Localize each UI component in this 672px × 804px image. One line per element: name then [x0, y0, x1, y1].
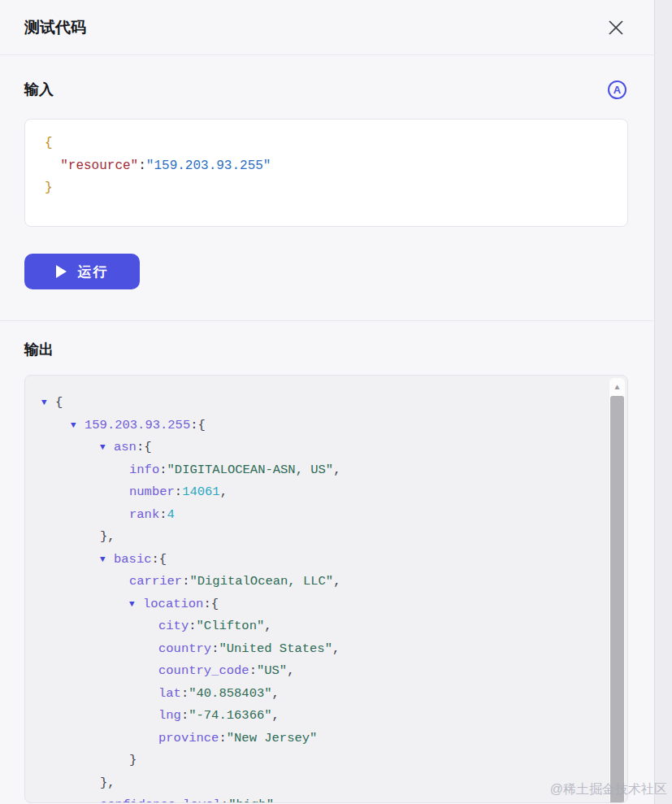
json-token: :{: [190, 418, 206, 432]
json-token: {: [55, 395, 63, 410]
drawer-header: 测试代码: [0, 0, 654, 55]
auto-format-button[interactable]: A: [608, 80, 626, 99]
json-token: "New Jersey": [227, 731, 318, 745]
json-token: rank: [129, 507, 159, 522]
json-token: "DIGITALOCEAN-ASN, US": [167, 463, 334, 477]
output-section-header: 输出: [0, 321, 654, 360]
json-token: 4: [167, 507, 175, 522]
json-token: info: [129, 463, 159, 477]
json-token: country_code: [158, 663, 249, 678]
code-line: {: [45, 133, 616, 155]
json-token: basic: [114, 552, 152, 567]
json-token: lat: [158, 686, 181, 701]
close-button[interactable]: [605, 17, 626, 38]
json-tree-row: country:"United States",: [25, 638, 627, 661]
json-token: },: [100, 529, 115, 544]
json-tree-row: carrier:"DigitalOcean, LLC",: [25, 571, 627, 593]
json-token: ,: [272, 708, 280, 723]
json-token: "40.858403": [189, 686, 271, 701]
run-button-label: 运行: [78, 263, 109, 281]
json-tree-row: number:14061,: [25, 481, 627, 504]
json-token: :{: [152, 552, 167, 567]
test-code-drawer: 测试代码 输入 A { "resource":"159.203.93.255"}…: [0, 0, 654, 804]
scrollbar[interactable]: ▲: [609, 378, 625, 802]
play-icon: [56, 265, 67, 278]
json-token: :: [159, 463, 167, 477]
json-token: :: [138, 159, 146, 173]
json-token: }: [45, 180, 53, 195]
json-tree-row: confidence_level:"high": [25, 794, 627, 803]
json-token: ,: [264, 619, 271, 633]
json-tree-row: },: [25, 526, 627, 549]
json-tree-row: ▼asn:{: [25, 437, 627, 459]
collapse-arrow-icon[interactable]: ▼: [129, 593, 143, 616]
watermark: @稀土掘金技术社区: [550, 781, 667, 798]
output-panel: ▼{▼159.203.93.255:{▼asn:{info:"DIGITALOC…: [24, 375, 628, 803]
json-token: "US": [257, 663, 287, 678]
json-token: ,: [332, 641, 340, 656]
collapse-arrow-icon[interactable]: ▼: [100, 549, 114, 571]
json-token: "DigitalOcean, LLC": [189, 574, 333, 589]
collapse-arrow-icon[interactable]: ▼: [100, 437, 114, 459]
json-tree-row: province:"New Jersey": [25, 728, 627, 750]
json-token: 14061: [182, 485, 220, 499]
circled-a-icon: A: [613, 84, 621, 96]
input-label: 输入: [24, 80, 54, 100]
json-tree-row: lat:"40.858403",: [25, 683, 627, 706]
json-token: "high": [228, 797, 274, 803]
json-tree-row: ▼basic:{: [25, 549, 627, 571]
json-token: province: [158, 731, 219, 745]
json-token: "United States": [219, 641, 332, 656]
json-tree-row: lng:"-74.16366",: [25, 705, 627, 728]
json-token: "159.203.93.255": [146, 159, 271, 173]
json-token: :: [189, 619, 196, 633]
json-token: 159.203.93.255: [85, 418, 190, 432]
json-token: :{: [137, 440, 152, 454]
json-tree-row: country_code:"US",: [25, 660, 627, 683]
drawer-title: 测试代码: [24, 17, 86, 38]
collapse-arrow-icon[interactable]: ▼: [71, 415, 85, 437]
json-tree-row: },: [25, 772, 627, 795]
json-token: {: [45, 136, 53, 150]
json-token: city: [158, 619, 189, 633]
json-token: :: [175, 485, 182, 499]
code-line: "resource":"159.203.93.255": [45, 155, 616, 178]
json-token: :: [219, 731, 226, 745]
json-token: :: [181, 686, 189, 701]
json-tree-row: rank:4: [25, 504, 627, 527]
json-tree-row: info:"DIGITALOCEAN-ASN, US",: [25, 459, 627, 482]
page-background-strip: [654, 0, 672, 804]
collapse-arrow-icon[interactable]: ▼: [41, 392, 55, 415]
json-token: ,: [333, 574, 340, 589]
json-tree-row: }: [25, 750, 627, 772]
json-tree-row: ▼{: [25, 392, 627, 415]
json-token: confidence_level: [100, 797, 221, 803]
json-token: "-74.16366": [189, 708, 271, 723]
json-token: country: [158, 641, 211, 656]
json-tree: ▼{▼159.203.93.255:{▼asn:{info:"DIGITALOC…: [25, 376, 627, 803]
json-token: ,: [272, 686, 280, 701]
json-token: asn: [114, 440, 137, 454]
json-tree-row: ▼159.203.93.255:{: [25, 415, 627, 437]
input-code-editor[interactable]: { "resource":"159.203.93.255"}: [24, 119, 628, 227]
json-token: carrier: [129, 574, 182, 589]
json-token: ,: [333, 463, 340, 477]
json-token: },: [100, 776, 115, 790]
scrollbar-thumb[interactable]: [610, 396, 624, 802]
json-token: }: [129, 753, 137, 767]
json-token: ,: [287, 663, 294, 678]
run-button[interactable]: 运行: [24, 254, 140, 289]
json-tree-row: ▼location:{: [25, 593, 627, 616]
code-line: }: [45, 177, 616, 200]
json-token: "resource": [60, 159, 138, 173]
json-tree-row: city:"Clifton",: [25, 615, 627, 638]
json-token: "Clifton": [197, 619, 265, 633]
json-token: :{: [203, 597, 219, 611]
json-token: location: [143, 597, 203, 611]
json-token: ,: [220, 485, 228, 499]
scrollbar-up-button[interactable]: ▲: [609, 378, 625, 394]
output-label: 输出: [24, 340, 54, 360]
close-icon: [606, 18, 626, 37]
json-token: :: [221, 797, 228, 803]
input-section-header: 输入 A: [0, 55, 654, 100]
